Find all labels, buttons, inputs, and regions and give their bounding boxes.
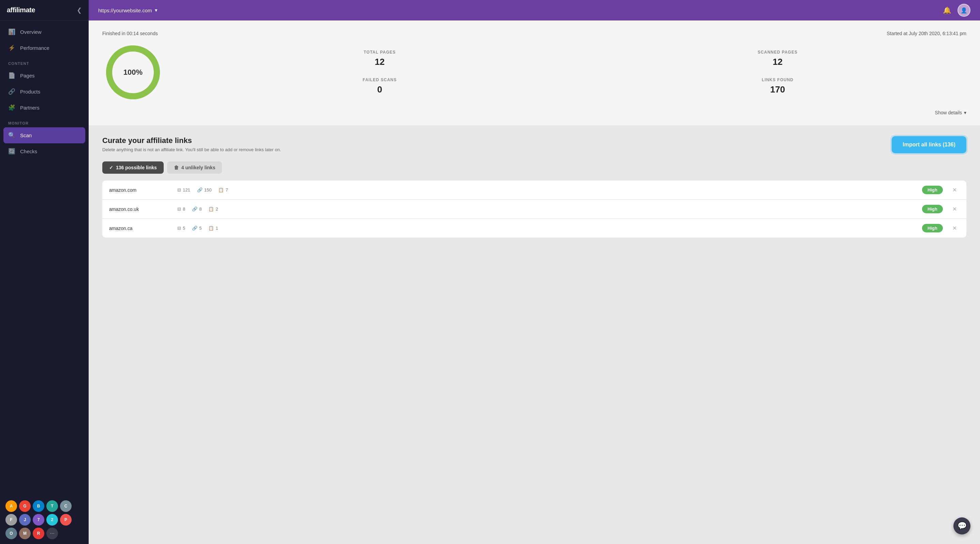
curate-subtitle: Delete anything that is not an affiliate…	[102, 147, 281, 152]
scan-started-text: Started at July 20th 2020, 6:13:41 pm	[887, 31, 967, 36]
partner-badge-r[interactable]: R	[33, 528, 45, 539]
unlikely-links-tab[interactable]: 🗑 4 unlikely links	[167, 161, 222, 174]
scan-card-inner: 100% TOTAL PAGES 12 SCANNED PAGES 12 FAI…	[102, 41, 966, 103]
sidebar-item-performance-label: Performance	[20, 45, 49, 51]
links-icon: 🔗	[192, 226, 197, 231]
url-dropdown-icon: ▾	[155, 7, 158, 13]
scan-finished-text: Finished in 00:14 seconds	[102, 31, 158, 36]
pages-icon: 📄	[8, 72, 15, 79]
confidence-badge: High	[922, 224, 943, 233]
scanned-pages-label: SCANNED PAGES	[589, 50, 966, 54]
docs-stat: 📋 1	[208, 226, 218, 231]
docs-icon: 📋	[208, 226, 214, 231]
show-details-button[interactable]: Show details ▾	[102, 110, 966, 115]
docs-icon: 📋	[208, 206, 214, 212]
partner-badge-m[interactable]: M	[19, 528, 31, 539]
link-domain: amazon.com	[109, 187, 170, 193]
pages-icon: ⊟	[177, 226, 181, 231]
link-stats: ⊟ 8 🔗 8 📋 2	[177, 206, 915, 212]
partner-badge-j[interactable]: J	[19, 514, 31, 526]
more-partners-button[interactable]: ···	[46, 528, 58, 539]
links-found-stat: LINKS FOUND 170	[589, 78, 966, 95]
pages-value: 121	[183, 187, 190, 193]
curate-section: Curate your affiliate links Delete anyth…	[89, 126, 980, 248]
products-icon: 🔗	[8, 88, 15, 95]
sidebar-header: affilimate ❮	[0, 0, 89, 21]
links-icon: 🔗	[197, 187, 202, 193]
docs-value: 7	[225, 187, 228, 193]
sidebar-item-partners-label: Partners	[20, 105, 40, 110]
notifications-bell-icon[interactable]: 🔔	[943, 6, 951, 14]
overview-icon: 📊	[8, 28, 15, 35]
total-pages-value: 12	[191, 57, 568, 67]
logo: affilimate	[7, 6, 35, 14]
partner-badge-amazon[interactable]: A	[5, 500, 17, 512]
docs-stat: 📋 7	[218, 187, 228, 193]
failed-scans-value: 0	[191, 84, 568, 95]
partner-badge-2[interactable]: 2	[46, 514, 58, 526]
link-domain: amazon.co.uk	[109, 206, 170, 212]
partner-badge-f[interactable]: F	[5, 514, 17, 526]
partner-badge-google[interactable]: G	[19, 500, 31, 512]
partner-badge-o[interactable]: O	[5, 528, 17, 539]
import-all-links-button[interactable]: Import all links (136)	[892, 136, 966, 153]
links-found-value: 170	[589, 84, 966, 95]
scanned-pages-value: 12	[589, 57, 966, 67]
remove-link-button[interactable]: ✕	[950, 185, 959, 195]
failed-scans-stat: FAILED SCANS 0	[191, 78, 568, 95]
docs-value: 2	[215, 206, 218, 212]
docs-stat: 📋 2	[208, 206, 218, 212]
sidebar-item-pages[interactable]: 📄 Pages	[0, 68, 89, 84]
unlikely-links-trash-icon: 🗑	[174, 165, 179, 170]
chat-icon: 💬	[958, 522, 967, 530]
chat-bubble-button[interactable]: 💬	[953, 517, 970, 534]
confidence-badge: High	[922, 186, 943, 194]
avatar[interactable]: 👤	[958, 4, 970, 17]
failed-scans-label: FAILED SCANS	[191, 78, 568, 82]
remove-link-button[interactable]: ✕	[950, 204, 959, 214]
sidebar-item-scan[interactable]: 🔍 Scan	[3, 127, 85, 144]
partner-badge-c[interactable]: C	[60, 500, 72, 512]
show-details-text: Show details	[935, 110, 962, 115]
pages-icon: ⊟	[177, 206, 181, 212]
possible-links-tab-label: 136 possible links	[116, 165, 157, 170]
performance-icon: ⚡	[8, 45, 15, 51]
links-value: 5	[199, 226, 202, 231]
sidebar-item-partners[interactable]: 🧩 Partners	[0, 100, 89, 116]
link-stats: ⊟ 5 🔗 5 📋 1	[177, 226, 915, 231]
possible-links-tab[interactable]: ✓ 136 possible links	[102, 161, 164, 174]
sidebar-item-checks[interactable]: 🔄 Checks	[0, 144, 89, 160]
curate-header: Curate your affiliate links Delete anyth…	[102, 136, 966, 153]
partner-badge-7[interactable]: 7	[33, 514, 45, 526]
possible-links-check-icon: ✓	[109, 165, 113, 170]
sidebar-item-scan-label: Scan	[20, 132, 32, 138]
website-url-selector[interactable]: https://yourwebsite.com ▾	[98, 7, 158, 13]
links-stat: 🔗 8	[192, 206, 202, 212]
links-value: 150	[204, 187, 212, 193]
sidebar-item-overview-label: Overview	[20, 29, 41, 35]
curate-title-block: Curate your affiliate links Delete anyth…	[102, 136, 281, 152]
scan-icon: 🔍	[8, 132, 15, 139]
sidebar-item-products-label: Products	[20, 89, 40, 94]
pages-icon: ⊟	[177, 187, 181, 193]
sidebar: affilimate ❮ 📊 Overview ⚡ Performance CO…	[0, 0, 89, 544]
remove-link-button[interactable]: ✕	[950, 223, 959, 233]
sidebar-collapse-button[interactable]: ❮	[77, 6, 82, 14]
links-stat: 🔗 5	[192, 226, 202, 231]
link-row: amazon.co.uk ⊟ 8 🔗 8 📋 2	[102, 199, 966, 219]
content-section-label: CONTENT	[0, 56, 89, 68]
partner-badge-t[interactable]: T	[46, 500, 58, 512]
total-pages-stat: TOTAL PAGES 12	[191, 50, 568, 67]
topbar-actions: 🔔 👤	[943, 4, 970, 17]
sidebar-item-products[interactable]: 🔗 Products	[0, 84, 89, 100]
main-content: https://yourwebsite.com ▾ 🔔 👤 Finished i…	[89, 0, 980, 544]
links-table: amazon.com ⊟ 121 🔗 150 📋 7	[102, 180, 966, 238]
links-found-label: LINKS FOUND	[589, 78, 966, 82]
scanned-pages-stat: SCANNED PAGES 12	[589, 50, 966, 67]
links-icon: 🔗	[192, 206, 197, 212]
partner-badge-b[interactable]: B	[33, 500, 45, 512]
partner-badge-p[interactable]: P	[60, 514, 72, 526]
sidebar-item-checks-label: Checks	[20, 148, 37, 154]
sidebar-item-overview[interactable]: 📊 Overview	[0, 24, 89, 40]
sidebar-item-performance[interactable]: ⚡ Performance	[0, 40, 89, 56]
